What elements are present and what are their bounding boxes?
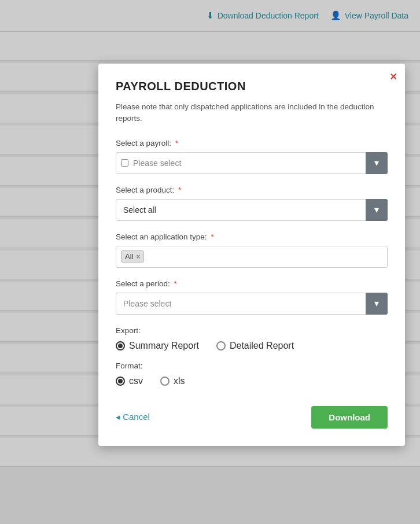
payroll-checkbox[interactable]	[121, 159, 128, 167]
payroll-select-wrapper: Please select	[116, 152, 388, 174]
modal-title: PAYROLL DEDUCTION	[116, 80, 388, 93]
period-required: *	[174, 279, 177, 288]
payroll-form-group: Select a payroll: * Please select	[116, 139, 388, 174]
export-summary-option[interactable]: Summary Report	[116, 341, 199, 351]
format-radio-group: csv xls	[116, 376, 388, 386]
export-radio-group: Summary Report Detailed Report	[116, 341, 388, 351]
format-csv-label: csv	[129, 376, 143, 386]
format-xls-option[interactable]: xls	[160, 376, 185, 386]
export-label: Export:	[116, 326, 388, 335]
payroll-dropdown-button[interactable]	[366, 152, 388, 174]
format-xls-radio[interactable]	[160, 377, 170, 386]
format-csv-radio[interactable]	[116, 377, 125, 386]
product-dropdown-button[interactable]	[366, 199, 388, 221]
download-label: Download	[329, 412, 370, 422]
app-type-tag-remove[interactable]: ×	[136, 253, 140, 261]
format-xls-label: xls	[174, 376, 185, 386]
export-section: Export: Summary Report Detailed Report	[116, 326, 388, 351]
export-detailed-label: Detailed Report	[230, 341, 294, 351]
payroll-required: *	[175, 139, 178, 147]
modal-footer: ◂ Cancel Download	[116, 400, 388, 429]
period-placeholder: Please select	[123, 299, 171, 308]
product-select-wrapper: Select all	[116, 199, 388, 221]
product-value: Select all	[123, 205, 156, 215]
app-type-required: *	[211, 233, 213, 241]
app-type-input[interactable]: All ×	[116, 246, 388, 268]
modal-close-button[interactable]: ×	[390, 71, 397, 82]
period-select-wrapper: Please select	[116, 293, 388, 315]
product-required: *	[178, 186, 181, 194]
format-label: Format:	[116, 361, 388, 370]
page-background: ⬇ Download Deduction Report 👤 View Payro…	[0, 0, 420, 524]
download-button[interactable]: Download	[311, 406, 388, 429]
product-form-group: Select a product: * Select all	[116, 186, 388, 221]
modal-note: Please note that only dispatched applica…	[116, 101, 388, 125]
format-section: Format: csv xls	[116, 361, 388, 386]
product-select[interactable]: Select all	[116, 199, 366, 221]
chevron-down-icon	[374, 298, 379, 309]
payroll-deduction-modal: × PAYROLL DEDUCTION Please note that onl…	[98, 64, 405, 446]
format-csv-option[interactable]: csv	[116, 376, 143, 386]
cancel-button[interactable]: ◂ Cancel	[116, 412, 150, 422]
export-summary-label: Summary Report	[129, 341, 199, 351]
period-label: Select a period: *	[116, 279, 388, 288]
payroll-label: Select a payroll: *	[116, 139, 388, 147]
export-summary-radio[interactable]	[116, 341, 125, 350]
app-type-tag: All ×	[121, 250, 144, 263]
export-detailed-radio[interactable]	[216, 341, 226, 350]
period-select[interactable]: Please select	[116, 293, 366, 315]
export-detailed-option[interactable]: Detailed Report	[216, 341, 294, 351]
app-type-form-group: Select an application type: * All ×	[116, 233, 388, 268]
product-label: Select a product: *	[116, 186, 388, 194]
period-dropdown-button[interactable]	[366, 293, 388, 315]
cancel-label: ◂ Cancel	[116, 412, 150, 422]
chevron-down-icon	[374, 157, 379, 168]
app-type-label: Select an application type: *	[116, 233, 388, 241]
payroll-select[interactable]: Please select	[116, 152, 366, 174]
chevron-down-icon	[374, 204, 379, 215]
payroll-placeholder: Please select	[133, 158, 361, 168]
period-form-group: Select a period: * Please select	[116, 279, 388, 315]
